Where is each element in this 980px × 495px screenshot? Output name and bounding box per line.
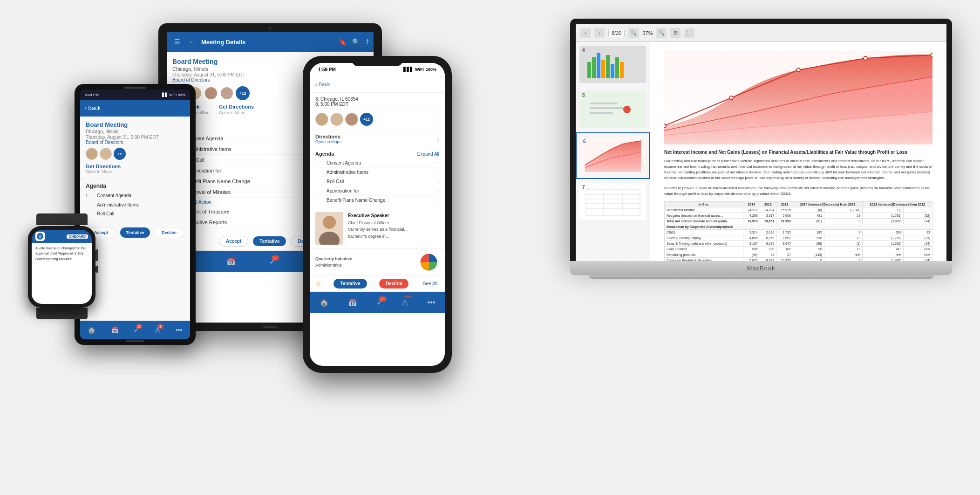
chevron-right-icon: › — [438, 198, 439, 203]
wifi-icon: WiFi — [415, 67, 424, 72]
iphone-nav-home[interactable]: 🏠 — [320, 298, 329, 307]
tablet-avatar-count: +12 — [236, 86, 250, 100]
list-item[interactable]: Administrative Items › — [315, 168, 439, 177]
tablet-nav-check[interactable]: ✓2 — [269, 257, 275, 266]
macbook-table-col3: 2013 — [760, 202, 776, 207]
watch-side-button[interactable] — [95, 266, 98, 273]
macbook-thumb-7[interactable]: 7 — [576, 179, 650, 224]
macbook-thumb-4[interactable]: 4 — [576, 42, 650, 87]
iphone-see-all[interactable]: See All — [421, 279, 439, 288]
macbook-thumb-5[interactable]: 5 — [576, 87, 650, 132]
samsung-alert-badge: 3 — [157, 324, 163, 329]
tablet-share-icon[interactable]: ⤴ — [366, 38, 369, 46]
tablet-directions-label: Get Directions — [219, 104, 254, 110]
macbook-doc-section-title: Net Interest Income and Net Gains (Losse… — [664, 149, 932, 156]
chevron-right-icon: › — [438, 170, 439, 175]
iphone-decline-btn[interactable]: Decline — [379, 279, 409, 289]
iphone-pie-section: Quarterly Initiative Administrative — [310, 249, 445, 276]
list-item[interactable]: I. Consent Agenda › — [315, 158, 439, 168]
samsung-app-header: ‹ Back — [80, 100, 190, 117]
iphone-directions-section[interactable]: Directions Open in Maps › — [310, 130, 445, 148]
samsung-nav-alert[interactable]: ⚠3 — [155, 326, 161, 334]
table-row: Breakdown by Corporate Division/product: — [665, 224, 932, 230]
tablet-bookmark-icon[interactable]: 🔖 — [339, 38, 347, 46]
tablet-directions-btn[interactable]: Get Directions Open in Maps — [219, 104, 254, 115]
tablet-nav-calendar[interactable]: 📅 — [226, 257, 236, 266]
tablet-avatar-4 — [220, 86, 234, 100]
samsung-nav-check[interactable]: ✓2 — [134, 326, 139, 334]
samsung-home-button[interactable] — [126, 340, 144, 342]
samsung-avatar-1 — [86, 148, 98, 160]
table-row: Net gains (losses) on financial assets..… — [665, 213, 743, 219]
svg-point-20 — [664, 124, 666, 128]
iphone-directions-title: Directions — [315, 134, 341, 139]
tablet-check-badge: 2 — [272, 255, 279, 261]
samsung-bottom-nav: 🏠 📅 ✓2 ⚠3 ••• — [80, 321, 190, 339]
svg-rect-4 — [606, 55, 610, 78]
samsung-rsvp-row: Accept Tentative Decline — [80, 222, 190, 243]
list-item[interactable]: Benefit Plans Name Change › — [315, 196, 439, 205]
samsung-nav-home[interactable]: 🏠 — [88, 326, 95, 334]
samsung-screen: 4:28 PM ▋▋ WiFi 93% ‹ Back Board Meeting… — [80, 89, 190, 339]
svg-text:O: O — [38, 234, 41, 239]
samsung-tentative-btn[interactable]: Tentative — [120, 227, 150, 238]
iphone-agenda-section: Agenda Expand All I. Consent Agenda › Ad… — [310, 148, 445, 208]
iphone-profile-section: Executive Speaker Chief Financial Office… — [310, 208, 445, 249]
macbook-sidebar: 4 — [576, 42, 650, 261]
iphone-back-btn[interactable]: ‹ Back — [315, 82, 330, 87]
watch-app-icon: O — [35, 232, 45, 241]
table-row: Sales & Trading (equity) — [665, 235, 743, 241]
iphone-expand-all[interactable]: Expand All — [417, 151, 439, 157]
watch-crown[interactable] — [95, 249, 98, 261]
macbook-nav-left[interactable]: ‹ — [580, 28, 591, 38]
iphone-nav-check[interactable]: ✓2 — [376, 298, 382, 307]
macbook-nav-right[interactable]: › — [594, 28, 605, 38]
macbook-zoom-out[interactable]: 🔍 — [628, 28, 639, 38]
samsung-nav-more[interactable]: ••• — [176, 326, 183, 334]
list-item[interactable]: Roll Call — [86, 209, 184, 218]
macbook-content: 4 — [576, 42, 946, 261]
iphone-nav: ‹ Back — [310, 76, 445, 93]
list-item[interactable]: Roll Call › — [315, 177, 439, 186]
samsung-actions: Get Directions Open in Maps — [86, 164, 184, 174]
tablet-menu-icon[interactable]: ☰ — [171, 36, 183, 48]
list-item[interactable]: I. Consent Agenda — [86, 191, 184, 200]
macbook-view-btn[interactable]: ⊞ — [670, 28, 681, 38]
macbook-table-col6: 2013 Increase/(Decrease) from 2012 — [863, 202, 932, 207]
samsung-agenda-title: Agenda — [86, 183, 184, 189]
list-item[interactable]: Appreciation for › — [315, 186, 439, 196]
tablet-toolbar-icons: 🔖 🔍 ⤴ — [339, 38, 369, 46]
iphone-avatar-1 — [315, 113, 328, 126]
iphone: 1:59 PM ▋▋▋ WiFi 100% ‹ Back 3 — [303, 56, 452, 373]
tablet-back-icon[interactable]: ← — [186, 36, 197, 48]
macbook-zoom-in[interactable]: 🔍 — [656, 28, 667, 38]
iphone-notch — [352, 56, 403, 66]
table-row: Corporate Banking & Securities — [665, 258, 743, 261]
iphone-agenda-header: Agenda Expand All — [315, 151, 439, 157]
watch-onboard-badge: ONBOARD — [67, 234, 88, 239]
iphone-tentative-btn[interactable]: Tentative — [333, 279, 367, 289]
iphone-nav-alert[interactable]: ⚠ — [402, 298, 408, 307]
samsung-nav-calendar[interactable]: 📅 — [111, 326, 119, 334]
iphone-nav-more[interactable]: ••• — [428, 298, 436, 307]
samsung-avatar-2 — [100, 148, 112, 160]
iphone-alert-icon: ⚠ — [315, 280, 321, 288]
samsung-directions-btn[interactable]: Get Directions Open in Maps — [86, 164, 121, 174]
iphone-nav-calendar[interactable]: 📅 — [348, 298, 357, 307]
watch-band-bottom — [36, 308, 88, 319]
macbook-screen-outer: ‹ › 8/20 🔍 37% 🔍 ⊞ ⛶ 4 — [570, 19, 952, 261]
macbook-chart — [664, 51, 932, 144]
tablet-search-icon[interactable]: 🔍 — [352, 38, 360, 46]
macbook-thumb-6[interactable]: 6 — [576, 132, 650, 179]
samsung-meeting-date: Thursday, August 31, 5:00 PM EDT — [86, 135, 184, 140]
macbook-screen-inner: ‹ › 8/20 🔍 37% 🔍 ⊞ ⛶ 4 — [576, 24, 946, 261]
tablet-tentative-btn[interactable]: Tentative — [253, 236, 286, 246]
chevron-right-icon: › — [438, 161, 439, 165]
samsung-back-btn[interactable]: ‹ Back — [85, 105, 101, 111]
macbook-fullscreen-btn[interactable]: ⛶ — [684, 28, 694, 38]
svg-rect-5 — [611, 64, 614, 78]
tablet-home-indicator[interactable] — [263, 326, 277, 328]
samsung-decline-btn[interactable]: Decline — [154, 227, 184, 238]
list-item[interactable]: Administrative Items — [86, 200, 184, 209]
tablet-accept-btn[interactable]: Accept — [219, 236, 248, 247]
